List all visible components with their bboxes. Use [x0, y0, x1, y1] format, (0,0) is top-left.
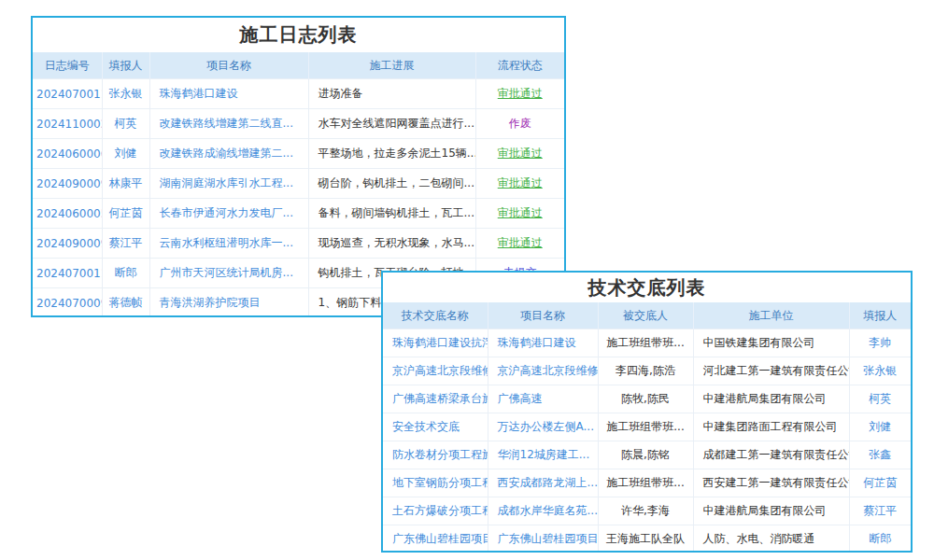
tech-disclosure-row: 土石方爆破分项工程...成都水岸华庭名苑...许华,李海中建港航局集团有限公司蔡… — [383, 497, 911, 525]
tech-disclosure-table: 技术交底名称项目名称被交底人施工单位填报人珠海鹤港口建设抗浮...珠海鹤港口建设… — [383, 302, 911, 553]
construction-log-row: 2024090009蔡江平云南水利枢纽潜明水库一...现场巡查，无积水现象，水马… — [33, 229, 564, 259]
tech-disclosure-column-header: 技术交底名称 — [383, 302, 488, 329]
tech-disclosure-cell-0[interactable]: 广东佛山碧桂园项目... — [383, 525, 488, 553]
tech-disclosure-cell-0[interactable]: 京沪高速北京段维修... — [383, 357, 488, 385]
construction-log-cell-2[interactable]: 长春市伊通河水力发电厂... — [149, 199, 308, 229]
tech-disclosure-cell-4[interactable]: 张永银 — [849, 357, 911, 385]
tech-disclosure-cell-1[interactable]: 珠海鹤港口建设 — [488, 329, 598, 357]
construction-log-row: 2024060005何芷茵长春市伊通河水力发电厂...备料，砌间墙钩机排土，瓦工… — [33, 199, 564, 229]
page-background: 施工日志列表 日志编号填报人项目名称施工进展流程状态2024070011张永银珠… — [0, 0, 934, 560]
construction-log-column-header: 流程状态 — [475, 52, 564, 79]
tech-disclosure-cell-4[interactable]: 李帅 — [849, 329, 911, 357]
construction-log-row: 2024110002柯英改建铁路线增建第二线直...水车对全线遮阳网覆盖点进行.… — [33, 109, 564, 139]
construction-log-cell-2[interactable]: 云南水利枢纽潜明水库一... — [149, 229, 308, 259]
tech-disclosure-cell-1[interactable]: 广佛高速 — [488, 385, 598, 413]
construction-log-cell-2[interactable]: 珠海鹤港口建设 — [149, 79, 308, 109]
tech-disclosure-cell-3: 中建港航局集团有限公司 — [693, 497, 849, 525]
tech-disclosure-cell-0[interactable]: 安全技术交底 — [383, 413, 488, 441]
construction-log-header-row: 日志编号填报人项目名称施工进展流程状态 — [33, 52, 564, 79]
tech-disclosure-cell-3: 中国铁建集团有限公司 — [693, 329, 849, 357]
construction-log-cell-1[interactable]: 何芷茵 — [102, 199, 149, 229]
construction-log-cell-3: 备料，砌间墙钩机排土，瓦工... — [308, 199, 475, 229]
tech-disclosure-column-header: 项目名称 — [488, 302, 598, 329]
tech-disclosure-cell-4[interactable]: 何芷茵 — [849, 469, 911, 497]
construction-log-cell-1[interactable]: 蔡江平 — [102, 229, 149, 259]
construction-log-cell-0[interactable]: 2024110002 — [33, 109, 102, 139]
tech-disclosure-cell-3: 中建集团路面工程有限公司 — [693, 413, 849, 441]
tech-disclosure-cell-2: 许华,李海 — [598, 497, 693, 525]
construction-log-cell-3: 现场巡查，无积水现象，水马... — [308, 229, 475, 259]
construction-log-cell-1[interactable]: 柯英 — [102, 109, 149, 139]
tech-disclosure-row: 京沪高速北京段维修...京沪高速北京段维修李四海,陈浩河北建工第一建筑有限责任公… — [383, 357, 911, 385]
construction-log-column-header: 填报人 — [102, 52, 149, 79]
construction-log-cell-status[interactable]: 审批通过 — [475, 79, 564, 109]
tech-disclosure-cell-3: 西安建工第一建筑有限责任公司 — [693, 469, 849, 497]
construction-log-cell-status[interactable]: 审批通过 — [475, 139, 564, 169]
tech-disclosure-cell-2: 施工班组带班... — [598, 329, 693, 357]
construction-log-row: 2024060006刘健改建铁路成渝线增建第二...平整场地，拉走多余泥土15辆… — [33, 139, 564, 169]
construction-log-cell-0[interactable]: 2024060005 — [33, 199, 102, 229]
construction-log-cell-1[interactable]: 刘健 — [102, 139, 149, 169]
construction-log-cell-0[interactable]: 2024070009 — [33, 288, 102, 318]
construction-log-cell-3: 平整场地，拉走多余泥土15辆... — [308, 139, 475, 169]
construction-log-column-header: 施工进展 — [308, 52, 475, 79]
construction-log-cell-status[interactable]: 作废 — [475, 109, 564, 139]
tech-disclosure-row: 安全技术交底万达办公楼左侧A...施工班组带班...中建集团路面工程有限公司刘健 — [383, 413, 911, 441]
construction-log-row: 2024090009林康平湖南洞庭湖水库引水工程...砌台阶，钩机排土，二包砌间… — [33, 169, 564, 199]
construction-log-column-header: 日志编号 — [33, 52, 102, 79]
construction-log-cell-2[interactable]: 青海洪湖养护院项目 — [149, 288, 308, 318]
tech-disclosure-cell-0[interactable]: 广佛高速桥梁承台施... — [383, 385, 488, 413]
construction-log-cell-0[interactable]: 2024060006 — [33, 139, 102, 169]
tech-disclosure-cell-4[interactable]: 张鑫 — [849, 441, 911, 469]
tech-disclosure-cell-0[interactable]: 珠海鹤港口建设抗浮... — [383, 329, 488, 357]
construction-log-cell-1[interactable]: 张永银 — [102, 79, 149, 109]
tech-disclosure-row: 珠海鹤港口建设抗浮...珠海鹤港口建设施工班组带班...中国铁建集团有限公司李帅 — [383, 329, 911, 357]
tech-disclosure-cell-2: 施工班组带班... — [598, 469, 693, 497]
tech-disclosure-cell-2: 王海施工队全队 — [598, 525, 693, 553]
construction-log-cell-status[interactable]: 审批通过 — [475, 199, 564, 229]
construction-log-cell-2[interactable]: 改建铁路线增建第二线直... — [149, 109, 308, 139]
tech-disclosure-cell-3: 人防、水电、消防暖通 — [693, 525, 849, 553]
construction-log-cell-1[interactable]: 断郎 — [102, 259, 149, 288]
tech-disclosure-cell-0[interactable]: 土石方爆破分项工程... — [383, 497, 488, 525]
construction-log-cell-status[interactable]: 审批通过 — [475, 229, 564, 259]
construction-log-cell-status[interactable]: 审批通过 — [475, 169, 564, 199]
construction-log-cell-2[interactable]: 湖南洞庭湖水库引水工程... — [149, 169, 308, 199]
tech-disclosure-cell-1[interactable]: 华润12城房建工... — [488, 441, 598, 469]
tech-disclosure-row: 广佛高速桥梁承台施...广佛高速陈牧,陈民中建港航局集团有限公司柯英 — [383, 385, 911, 413]
tech-disclosure-cell-1[interactable]: 万达办公楼左侧A... — [488, 413, 598, 441]
tech-disclosure-cell-0[interactable]: 防水卷材分项工程施... — [383, 441, 488, 469]
tech-disclosure-cell-1[interactable]: 成都水岸华庭名苑... — [488, 497, 598, 525]
tech-disclosure-header-row: 技术交底名称项目名称被交底人施工单位填报人 — [383, 302, 911, 329]
tech-disclosure-cell-1[interactable]: 西安成都路龙湖上... — [488, 469, 598, 497]
construction-log-cell-1[interactable]: 蒋德帧 — [102, 288, 149, 318]
tech-disclosure-cell-2: 陈牧,陈民 — [598, 385, 693, 413]
tech-disclosure-row: 地下室钢筋分项工程...西安成都路龙湖上...施工班组带班...西安建工第一建筑… — [383, 469, 911, 497]
tech-disclosure-cell-4[interactable]: 蔡江平 — [849, 497, 911, 525]
tech-disclosure-cell-4[interactable]: 断郎 — [849, 525, 911, 553]
tech-disclosure-cell-3: 成都建工第一建筑有限责任公司 — [693, 441, 849, 469]
construction-log-cell-0[interactable]: 2024070011 — [33, 79, 102, 109]
construction-log-cell-0[interactable]: 2024070011 — [33, 259, 102, 288]
tech-disclosure-cell-0[interactable]: 地下室钢筋分项工程... — [383, 469, 488, 497]
tech-disclosure-column-header: 填报人 — [849, 302, 911, 329]
tech-disclosure-cell-2: 李四海,陈浩 — [598, 357, 693, 385]
tech-disclosure-column-header: 被交底人 — [598, 302, 693, 329]
construction-log-cell-2[interactable]: 改建铁路成渝线增建第二... — [149, 139, 308, 169]
construction-log-cell-0[interactable]: 2024090009 — [33, 229, 102, 259]
tech-disclosure-cell-1[interactable]: 京沪高速北京段维修 — [488, 357, 598, 385]
tech-disclosure-cell-2: 施工班组带班... — [598, 413, 693, 441]
construction-log-cell-2[interactable]: 广州市天河区统计局机房... — [149, 259, 308, 288]
tech-disclosure-title: 技术交底列表 — [383, 273, 911, 302]
construction-log-cell-3: 砌台阶，钩机排土，二包砌间... — [308, 169, 475, 199]
tech-disclosure-column-header: 施工单位 — [693, 302, 849, 329]
tech-disclosure-cell-2: 陈晨,陈铭 — [598, 441, 693, 469]
tech-disclosure-cell-4[interactable]: 柯英 — [849, 385, 911, 413]
construction-log-cell-0[interactable]: 2024090009 — [33, 169, 102, 199]
tech-disclosure-cell-1[interactable]: 广东佛山碧桂园项目 — [488, 525, 598, 553]
construction-log-cell-3: 进场准备 — [308, 79, 475, 109]
construction-log-column-header: 项目名称 — [149, 52, 308, 79]
construction-log-cell-1[interactable]: 林康平 — [102, 169, 149, 199]
tech-disclosure-cell-4[interactable]: 刘健 — [849, 413, 911, 441]
construction-log-cell-3: 水车对全线遮阳网覆盖点进行... — [308, 109, 475, 139]
